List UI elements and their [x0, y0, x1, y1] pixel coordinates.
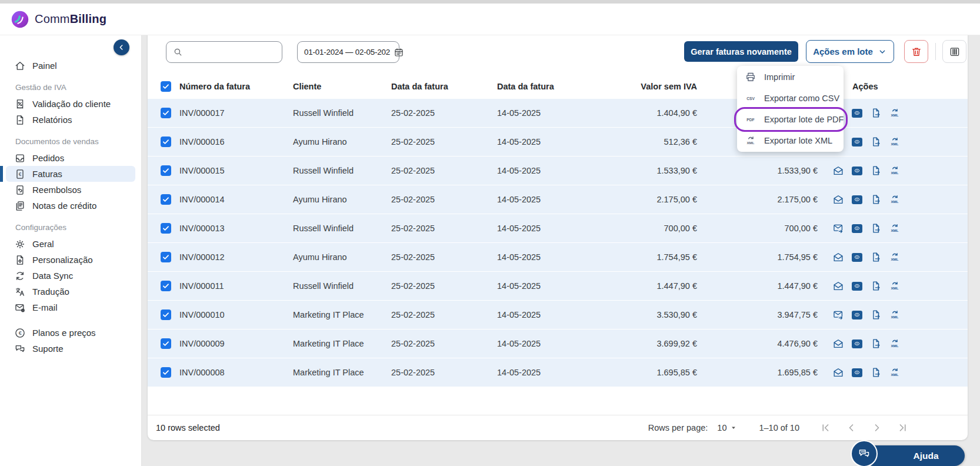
export-xml-button[interactable]: XML	[889, 338, 901, 350]
view-invoice-button[interactable]	[851, 222, 863, 234]
sidebar-item-e-mail[interactable]: E-mail	[6, 299, 135, 315]
sidebar-item-painel[interactable]: Painel	[6, 58, 135, 74]
menu-item-imprimir[interactable]: Imprimir	[737, 66, 844, 88]
invoice-number: INV/000015	[175, 166, 289, 175]
delete-selected-button[interactable]	[904, 40, 928, 63]
email-invoice-button[interactable]	[832, 194, 844, 205]
sidebar-item-faturas[interactable]: €Faturas	[6, 166, 135, 182]
sidebar-item-data-sync[interactable]: Data Sync	[6, 268, 135, 284]
email-invoice-button[interactable]	[832, 222, 844, 234]
export-invoice-button[interactable]	[870, 309, 882, 321]
favorites-button[interactable]	[926, 12, 941, 27]
sidebar-item-planos-e-precos[interactable]: €Planos e preços	[6, 325, 135, 341]
row-checkbox[interactable]	[161, 223, 171, 234]
export-xml-button[interactable]: XML	[889, 136, 901, 148]
header-client: Cliente	[289, 82, 387, 91]
export-invoice-button[interactable]	[870, 222, 882, 234]
view-invoice-button[interactable]	[851, 251, 863, 263]
menu-item-exportar-como-csv[interactable]: CSVExportar como CSV	[737, 88, 844, 109]
row-checkbox[interactable]	[161, 338, 171, 349]
view-invoice-button[interactable]	[851, 338, 863, 350]
sidebar-item-validacao-do-cliente[interactable]: Validação do cliente	[6, 96, 135, 112]
export-invoice-button[interactable]	[870, 136, 882, 148]
first-page-button[interactable]	[819, 422, 831, 434]
email-invoice-button[interactable]	[832, 338, 844, 350]
search-box[interactable]	[166, 41, 282, 63]
email-invoice-button[interactable]	[832, 165, 844, 177]
export-xml-button[interactable]: XML	[889, 222, 901, 234]
file-export-icon	[870, 309, 882, 321]
menu-item-exportar-lote-de-pdf[interactable]: PDFExportar lote de PDF	[737, 109, 844, 130]
row-checkbox[interactable]	[161, 194, 171, 205]
next-page-button[interactable]	[871, 422, 883, 434]
sidebar-item-geral[interactable]: Geral	[6, 236, 135, 252]
svg-text:XML: XML	[891, 171, 898, 175]
row-checkbox[interactable]	[161, 367, 171, 378]
export-invoice-button[interactable]	[870, 165, 882, 177]
select-all-checkbox[interactable]	[161, 81, 171, 92]
row-checkbox[interactable]	[161, 137, 171, 147]
previous-page-button[interactable]	[845, 422, 857, 434]
email-invoice-button[interactable]	[832, 367, 844, 378]
row-checkbox[interactable]	[161, 165, 171, 176]
export-invoice-button[interactable]	[870, 194, 882, 205]
export-invoice-button[interactable]	[870, 107, 882, 119]
commbilling-logo-icon	[11, 10, 29, 29]
help-button[interactable]: Ajuda	[864, 445, 965, 466]
row-checkbox[interactable]	[161, 281, 171, 291]
search-input[interactable]	[188, 48, 270, 57]
eye-icon	[852, 339, 862, 348]
export-xml-button[interactable]: XML	[889, 251, 901, 263]
export-xml-button[interactable]: XML	[889, 309, 901, 321]
view-invoice-button[interactable]	[851, 194, 863, 205]
sidebar-item-relatorios[interactable]: Relatórios	[6, 112, 135, 128]
table-row: INV/000011Russell Winfield25-02-202514-0…	[148, 272, 968, 300]
menu-item-exportar-lote-xml[interactable]: XMLExportar lote XML	[737, 130, 844, 151]
view-invoice-button[interactable]	[851, 309, 863, 321]
sidebar-item-pedidos[interactable]: Pedidos	[6, 150, 135, 166]
export-xml-button[interactable]: XML	[889, 165, 901, 177]
invoice-number: INV/000009	[175, 339, 289, 348]
email-invoice-button[interactable]	[832, 309, 844, 321]
view-invoice-button[interactable]	[851, 107, 863, 119]
view-invoice-button[interactable]	[851, 367, 863, 378]
export-invoice-button[interactable]	[870, 280, 882, 292]
batch-actions-button[interactable]: Ações em lote	[806, 40, 894, 63]
sidebar-item-label: E-mail	[32, 302, 58, 312]
overflow-menu-button[interactable]	[955, 12, 971, 27]
sidebar-collapse-button[interactable]	[114, 39, 129, 55]
sidebar-section-gestao-de-iva: Gestão de IVA	[15, 82, 141, 92]
net-amount: 1.695,85 €	[595, 368, 702, 377]
export-xml-button[interactable]: XML	[889, 367, 901, 378]
row-checkbox[interactable]	[161, 252, 171, 262]
rows-per-page-select[interactable]: 10	[717, 423, 738, 432]
check-icon	[162, 368, 170, 377]
export-invoice-button[interactable]	[870, 367, 882, 378]
period-range-field[interactable]: 01-01-2024 — 02-05-202	[297, 41, 399, 63]
envelope-open-icon	[832, 194, 844, 205]
sidebar-item-label: Validação do cliente	[32, 99, 111, 109]
client-name: Ayumu Hirano	[289, 137, 387, 147]
export-xml-button[interactable]: XML	[889, 107, 901, 119]
row-checkbox[interactable]	[161, 309, 171, 320]
export-invoice-button[interactable]	[870, 338, 882, 350]
view-invoice-button[interactable]	[851, 136, 863, 148]
sidebar-item-reembolsos[interactable]: Reembolsos	[6, 182, 135, 198]
sidebar-item-personalizacao[interactable]: Personalização	[6, 252, 135, 268]
sidebar-item-notas-de-credito[interactable]: Notas de crédito	[6, 198, 135, 214]
table-row: INV/000013Russell Winfield25-02-202514-0…	[148, 214, 968, 242]
view-invoice-button[interactable]	[851, 165, 863, 177]
last-page-button[interactable]	[897, 422, 909, 434]
row-checkbox[interactable]	[161, 108, 171, 118]
sidebar-item-suporte[interactable]: Suporte	[6, 341, 135, 357]
email-invoice-button[interactable]	[832, 251, 844, 263]
column-settings-button[interactable]	[942, 40, 966, 63]
export-xml-button[interactable]: XML	[889, 194, 901, 205]
view-invoice-button[interactable]	[851, 280, 863, 292]
regenerate-invoices-button[interactable]: Gerar faturas novamente	[684, 41, 798, 62]
export-xml-button[interactable]: XML	[889, 280, 901, 292]
sidebar-item-traducao[interactable]: Tradução	[6, 284, 135, 299]
help-chat-button[interactable]	[851, 440, 878, 466]
email-invoice-button[interactable]	[832, 280, 844, 292]
export-invoice-button[interactable]	[870, 251, 882, 263]
